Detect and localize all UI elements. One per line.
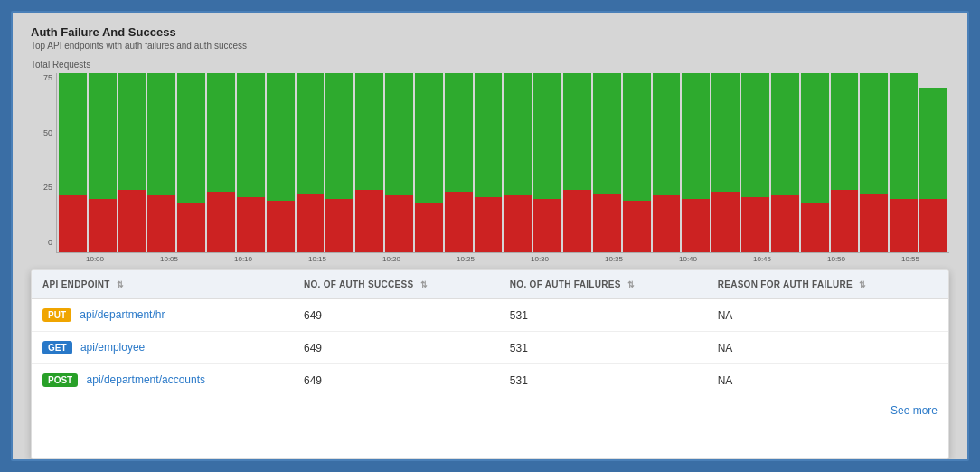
y-tick: 0 bbox=[48, 238, 52, 247]
cell-success-1: 649 bbox=[293, 332, 499, 364]
x-axis: 10:0010:0510:1010:1510:2010:2510:3010:35… bbox=[56, 253, 949, 263]
bar-group bbox=[504, 73, 532, 252]
bar-success bbox=[475, 73, 503, 197]
main-container: Auth Failure And Success Top API endpoin… bbox=[11, 11, 969, 461]
cell-failures-1: 531 bbox=[499, 332, 707, 364]
bar-success bbox=[593, 73, 621, 194]
x-tick: 10:35 bbox=[577, 255, 651, 263]
see-more-row: See more bbox=[32, 396, 948, 423]
cell-endpoint-1: GET api/employee bbox=[32, 332, 293, 364]
method-badge-0: PUT bbox=[42, 308, 71, 322]
bar-success bbox=[385, 73, 413, 195]
bar-failure bbox=[711, 192, 740, 252]
bar-failure bbox=[860, 194, 888, 252]
chart-title: Auth Failure And Success bbox=[31, 25, 949, 39]
bars-area: 10:0010:0510:1010:1510:2010:2510:3010:35… bbox=[56, 73, 949, 263]
cell-endpoint-0: PUT api/department/hr bbox=[32, 299, 293, 332]
bar-failure bbox=[415, 203, 443, 252]
bar-success bbox=[890, 73, 918, 199]
x-tick: 10:05 bbox=[132, 255, 206, 263]
bar-failure bbox=[385, 195, 413, 252]
bar-failure bbox=[475, 197, 503, 252]
bar-group bbox=[297, 73, 325, 252]
cell-reason-0: NA bbox=[707, 299, 948, 332]
table-row: PUT api/department/hr 649 531 NA bbox=[32, 299, 948, 332]
bar-success bbox=[919, 88, 947, 199]
table-header: API ENDPOINT ⇅ NO. OF AUTH SUCCESS ⇅ NO.… bbox=[32, 270, 948, 299]
bar-group bbox=[741, 73, 769, 252]
bar-group bbox=[118, 73, 146, 252]
bar-success bbox=[653, 73, 681, 195]
cell-failures-2: 531 bbox=[499, 364, 707, 397]
chart-area: Auth Failure And Success Top API endpoin… bbox=[13, 13, 967, 293]
bars-wrapper bbox=[56, 73, 949, 253]
bar-group bbox=[59, 73, 87, 252]
bar-success bbox=[860, 73, 888, 194]
sort-icon-endpoint: ⇅ bbox=[117, 280, 124, 289]
bar-failure bbox=[237, 197, 265, 252]
sort-icon-success: ⇅ bbox=[420, 280, 428, 289]
endpoint-link-0[interactable]: api/department/hr bbox=[80, 308, 165, 321]
x-tick: 10:00 bbox=[58, 255, 132, 263]
bar-group bbox=[860, 73, 888, 252]
bar-group bbox=[890, 73, 918, 252]
bar-failure bbox=[831, 190, 859, 252]
bar-failure bbox=[297, 194, 325, 252]
bar-failure bbox=[207, 192, 235, 252]
bar-success bbox=[711, 73, 740, 192]
x-tick: 10:55 bbox=[873, 255, 947, 263]
y-axis-label: Total Requests bbox=[31, 60, 949, 70]
y-tick: 25 bbox=[43, 183, 52, 192]
bar-success bbox=[147, 73, 175, 195]
bar-failure bbox=[147, 195, 175, 252]
see-more-link[interactable]: See more bbox=[890, 404, 938, 417]
endpoint-link-2[interactable]: api/department/accounts bbox=[87, 373, 205, 386]
col-endpoint: API ENDPOINT ⇅ bbox=[32, 270, 293, 299]
bar-success bbox=[831, 73, 859, 190]
bar-group bbox=[771, 73, 799, 252]
bar-group bbox=[475, 73, 503, 252]
bar-success bbox=[355, 73, 383, 190]
bar-group bbox=[355, 73, 383, 252]
bar-failure bbox=[682, 199, 710, 252]
bar-success bbox=[89, 73, 117, 199]
bar-group bbox=[533, 73, 561, 252]
table-row: POST api/department/accounts 649 531 NA bbox=[32, 364, 948, 397]
bar-success bbox=[59, 73, 87, 195]
endpoint-link-1[interactable]: api/employee bbox=[80, 341, 145, 354]
col-reason: REASON FOR AUTH FAILURE ⇅ bbox=[707, 270, 948, 299]
bar-failure bbox=[890, 199, 918, 252]
bar-group bbox=[801, 73, 829, 252]
sort-icon-failures: ⇅ bbox=[627, 280, 635, 289]
bar-success bbox=[533, 73, 561, 199]
bar-success bbox=[237, 73, 265, 197]
bar-group bbox=[89, 73, 117, 252]
bar-success bbox=[267, 73, 295, 201]
bar-failure bbox=[593, 194, 621, 252]
sort-icon-reason: ⇅ bbox=[859, 280, 866, 289]
bar-group bbox=[682, 73, 710, 252]
x-tick: 10:50 bbox=[799, 255, 873, 263]
col-failures: NO. OF AUTH FAILURES ⇅ bbox=[499, 270, 707, 299]
bar-group bbox=[177, 73, 205, 252]
bar-group bbox=[147, 73, 175, 252]
bar-failure bbox=[533, 199, 561, 252]
bar-success bbox=[177, 73, 205, 203]
bar-failure bbox=[445, 192, 473, 252]
bar-group bbox=[653, 73, 681, 252]
bar-failure bbox=[504, 195, 532, 252]
cell-reason-2: NA bbox=[707, 364, 948, 397]
bar-success bbox=[741, 73, 769, 197]
cell-reason-1: NA bbox=[707, 332, 948, 364]
bar-group bbox=[415, 73, 443, 252]
bar-group bbox=[919, 73, 947, 252]
x-tick: 10:45 bbox=[725, 255, 799, 263]
bar-failure bbox=[623, 201, 651, 252]
bar-success bbox=[801, 73, 829, 203]
chart-container: 7550250 10:0010:0510:1010:1510:2010:2510… bbox=[31, 73, 949, 263]
bar-success bbox=[207, 73, 235, 192]
bar-success bbox=[445, 73, 473, 192]
table-wrapper: API ENDPOINT ⇅ NO. OF AUTH SUCCESS ⇅ NO.… bbox=[32, 270, 948, 458]
bar-group bbox=[831, 73, 859, 252]
bar-failure bbox=[118, 190, 146, 252]
